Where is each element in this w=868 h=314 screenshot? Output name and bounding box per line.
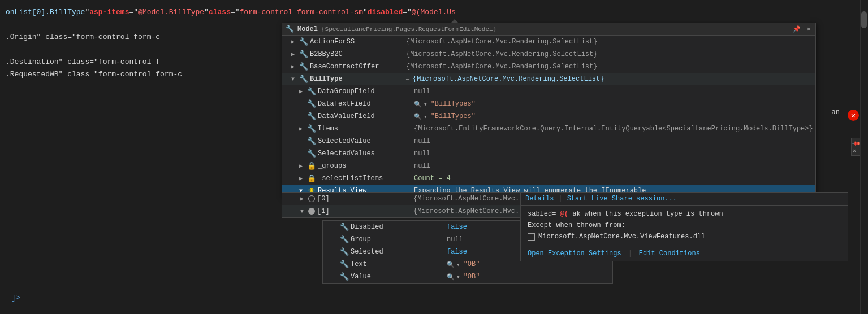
wrench-icon: 🔧: [307, 87, 316, 96]
pin-small-icon: —: [406, 76, 409, 82]
checkbox-row: Microsoft.AspNetCore.Mvc.ViewFeatures.dl…: [528, 232, 841, 242]
wrench-icon: 🔧: [299, 50, 308, 59]
wrench-icon: 🔧: [307, 112, 316, 121]
property-value: null: [414, 137, 813, 145]
expand-arrow[interactable]: ▼: [300, 208, 308, 215]
property-value: "BillTypes": [431, 100, 813, 108]
tree-row-basecontractoffer[interactable]: ▶ 🔧 BaseContractOffer {Microsoft.AspNetC…: [282, 60, 815, 73]
chevron-icon[interactable]: ▾: [456, 261, 460, 268]
chevron-icon[interactable]: ▾: [424, 101, 427, 108]
close-dock-icon[interactable]: ✕: [853, 147, 858, 154]
property-value: null: [414, 88, 813, 95]
link-separator: |: [628, 250, 632, 258]
property-name: BillType: [310, 75, 406, 83]
property-name: SelectedValues: [318, 150, 414, 158]
expand-arrow: [299, 138, 307, 145]
property-name: [0]: [317, 195, 413, 203]
scrollbar-track[interactable]: [860, 0, 868, 314]
model-wrench-icon: 🔧: [286, 25, 294, 33]
property-name: SelectedValue: [318, 137, 414, 145]
exception-panel: Details | Start Live Share session... sa…: [520, 192, 848, 261]
property-name-text: Text: [351, 260, 447, 268]
exception-header: Details | Start Live Share session...: [521, 193, 848, 206]
property-value: null: [414, 150, 813, 158]
tree-row-groups[interactable]: ▶ 🔒 _groups null: [282, 160, 815, 172]
tooltip-triangle: [451, 19, 458, 23]
search-icon[interactable]: 🔍: [414, 113, 422, 120]
property-name: B2BByB2C: [310, 50, 406, 58]
expand-arrow: [299, 114, 307, 120]
expand-arrow[interactable]: ▶: [299, 175, 307, 182]
code-line-1: onList[0].BillType" asp-items="@Model.Bi…: [0, 6, 868, 18]
property-value: Count = 4: [414, 175, 813, 182]
expand-arrow[interactable]: ▶: [291, 38, 299, 45]
property-value: false: [447, 223, 526, 231]
expand-arrow[interactable]: ▼: [291, 76, 299, 82]
search-icon[interactable]: 🔍: [414, 101, 422, 108]
property-value: "BillTypes": [431, 112, 813, 120]
search-icon[interactable]: 🔍: [447, 273, 455, 281]
sabled-text: sabled= @(: [528, 210, 568, 218]
break-text: sabled= @( ak when this exception type i…: [528, 210, 841, 218]
pin-icon[interactable]: 📌: [792, 25, 802, 33]
property-value: {Microsoft.AspNetCore.Mvc.Rendering.Sele…: [406, 38, 813, 46]
tree-row-datavaluefield[interactable]: 🔧 DataValueField 🔍 ▾ "BillTypes": [282, 110, 815, 123]
chevron-icon[interactable]: ▾: [456, 273, 460, 281]
property-value: "OB": [464, 273, 610, 281]
pin-dock-icon[interactable]: 📌: [851, 138, 860, 147]
expand-arrow[interactable]: ▶: [300, 195, 308, 202]
tree-row-actionforss[interactable]: ▶ 🔧 ActionForSS {Microsoft.AspNetCore.Mv…: [282, 36, 815, 48]
expand-arrow: [332, 274, 340, 280]
edit-conditions-link[interactable]: Edit Conditions: [639, 250, 700, 258]
property-name: ActionForSS: [310, 38, 406, 46]
property-name: [1]: [317, 207, 413, 215]
scrollbar-thumb[interactable]: [861, 11, 867, 28]
expand-arrow: [332, 237, 340, 243]
error-circle-icon[interactable]: ✕: [848, 110, 859, 121]
property-value: null: [414, 162, 813, 170]
expand-arrow[interactable]: ▶: [291, 63, 299, 70]
expand-arrow[interactable]: ▶: [291, 51, 299, 58]
property-name: DataTextField: [318, 100, 414, 108]
search-icon[interactable]: 🔍: [447, 261, 455, 268]
tree-row-selectlistitems[interactable]: ▶ 🔒 _selectListItems Count = 4: [282, 172, 815, 185]
tree-row-datatextfield[interactable]: 🔧 DataTextField 🔍 ▾ "BillTypes": [282, 98, 815, 110]
tree-row-b2bbyb2c[interactable]: ▶ 🔧 B2BByB2C {Microsoft.AspNetCore.Mvc.R…: [282, 48, 815, 60]
property-name: DataValueField: [318, 112, 414, 120]
chevron-icon[interactable]: ▾: [424, 113, 427, 120]
exception-checkbox[interactable]: [528, 233, 535, 241]
expand-arrow[interactable]: ▶: [299, 163, 307, 169]
expand-arrow[interactable]: ▶: [299, 88, 307, 95]
exception-body: sabled= @( ak when this exception type i…: [521, 206, 848, 246]
property-value: {Microsoft.AspNetCore.Mvc.Rendering.Sele…: [406, 63, 813, 71]
except-when-text: Except when thrown from:: [528, 221, 841, 229]
close-icon[interactable]: ✕: [805, 25, 811, 33]
property-name-selected: Selected: [351, 248, 447, 256]
expand-arrow[interactable]: ▶: [299, 125, 307, 132]
expand-arrow: [332, 224, 340, 230]
tree-row-selectedvalues[interactable]: 🔧 SelectedValues null: [282, 147, 815, 160]
property-value: {Microsoft.AspNetCore.Mvc.Rendering.Sele…: [406, 50, 813, 58]
tree-row-billtype[interactable]: ▼ 🔧 BillType — {Microsoft.AspNetCore.Mvc…: [282, 73, 815, 85]
property-name: DataGroupField: [318, 88, 414, 95]
code-line-7: ]>: [6, 291, 20, 304]
tree-row-datagroupfield[interactable]: ▶ 🔧 DataGroupField null: [282, 85, 815, 98]
tooltip-subtitle: {SpecialLanePricing.Pages.RequestFormEdi…: [321, 26, 496, 33]
start-live-share-link[interactable]: Start Live Share session...: [567, 195, 677, 203]
tree-row-items[interactable]: ▶ 🔧 Items {Microsoft.EntityFrameworkCore…: [282, 123, 815, 135]
dock-panel: 📌 ✕: [851, 138, 860, 156]
details-link[interactable]: Details: [525, 195, 554, 203]
wrench-icon: 🔧: [307, 149, 316, 158]
wrench-icon: 🔧: [299, 62, 308, 71]
tree-row-value[interactable]: 🔧 Value 🔍 ▾ "OB": [323, 271, 612, 283]
wrench-icon: 🔧: [340, 272, 349, 281]
wrench-icon: 🔧: [340, 260, 349, 269]
expand-arrow: [332, 249, 340, 255]
property-value: {Microsoft.EntityFrameworkCore.Query.Int…: [414, 125, 813, 133]
property-value: {Microsoft.AspNetCore.Mvc.Rendering.Sele…: [413, 75, 813, 83]
open-exception-settings-link[interactable]: Open Exception Settings: [528, 250, 621, 258]
exception-links: Open Exception Settings | Edit Condition…: [521, 246, 848, 261]
wrench-icon: 🔧: [340, 223, 349, 232]
tooltip-header: 🔧 Model {SpecialLanePricing.Pages.Reques…: [282, 23, 815, 36]
tree-row-selectedvalue[interactable]: 🔧 SelectedValue null: [282, 135, 815, 147]
